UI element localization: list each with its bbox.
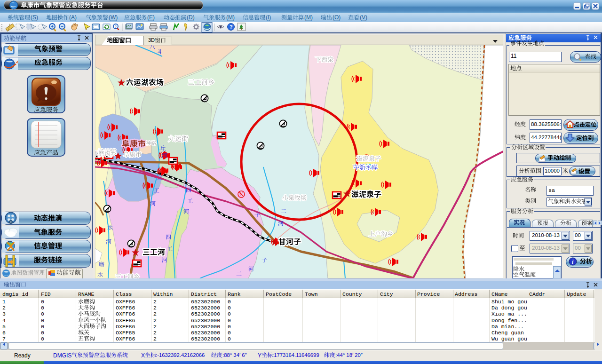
svg-text::44° 18′ 20″: :44° 18′ 20″ (335, 352, 363, 358)
svg-text:CName: CName (491, 291, 508, 297)
svg-text:0: 0 (41, 311, 44, 317)
svg-text:Class: Class (116, 291, 132, 297)
svg-text:Y: Y (258, 352, 261, 359)
svg-text:DMGIS: DMGIS (53, 352, 71, 359)
svg-text:652302000: 652302000 (191, 317, 220, 324)
svg-text:3D: 3D (148, 37, 155, 43)
svg-text:0: 0 (41, 317, 44, 324)
svg-text:District: District (191, 291, 217, 297)
svg-text::88° 34′ 6″: :88° 34′ 6″ (222, 352, 246, 358)
svg-text:652302000: 652302000 (191, 336, 220, 342)
svg-text:0: 0 (41, 336, 44, 342)
svg-text:OXFF85: OXFF85 (116, 330, 135, 336)
svg-text:0: 0 (228, 311, 231, 317)
svg-text:X: X (141, 352, 145, 359)
svg-text:(D): (D) (187, 14, 195, 21)
svg-text:652302000: 652302000 (191, 299, 220, 305)
svg-text:652302000: 652302000 (191, 330, 220, 336)
svg-text:2: 2 (153, 324, 157, 330)
svg-text:3: 3 (2, 311, 6, 317)
svg-text:2: 2 (153, 330, 157, 336)
svg-text:Da mian...: Da mian... (491, 324, 524, 330)
svg-text:Within: Within (153, 291, 173, 297)
svg-text:0: 0 (41, 330, 44, 336)
svg-text:(E): (E) (147, 14, 155, 21)
svg-text:(M): (M) (304, 14, 313, 21)
svg-text::1773164.11646699: :1773164.11646699 (272, 352, 319, 358)
svg-text:(A): (A) (69, 14, 77, 21)
svg-text:Update: Update (567, 291, 586, 297)
svg-text:PostCode: PostCode (266, 291, 292, 297)
svg-text:dmgis_id: dmgis_id (2, 291, 28, 297)
svg-text:OXFF86: OXFF86 (116, 299, 135, 305)
svg-text:11: 11 (511, 53, 517, 59)
svg-text:2: 2 (153, 336, 157, 342)
svg-text:Address: Address (455, 291, 477, 297)
svg-text:0: 0 (41, 299, 44, 305)
svg-text:?: ? (115, 24, 117, 29)
svg-text:OXFF86: OXFF86 (116, 317, 135, 324)
svg-text:2010-08-13: 2010-08-13 (532, 232, 560, 238)
svg-text:0: 0 (228, 330, 231, 336)
svg-text:(M): (M) (226, 14, 235, 21)
svg-text:0: 0 (228, 299, 231, 305)
svg-text:OXFF86: OXFF86 (116, 324, 135, 330)
svg-text:10000: 10000 (545, 168, 560, 174)
svg-text:0: 0 (228, 305, 231, 311)
svg-text:OXFF86: OXFF86 (116, 336, 135, 342)
svg-text:1: 1 (2, 299, 6, 305)
svg-text:City: City (380, 291, 393, 297)
svg-text:6: 6 (2, 330, 6, 336)
svg-text:0: 0 (41, 305, 44, 311)
svg-text:2: 2 (153, 311, 157, 317)
svg-text:00: 00 (575, 245, 581, 251)
svg-text:88.3625506:: 88.3625506: (531, 121, 561, 127)
svg-text:Da dong gou: Da dong gou (491, 305, 527, 311)
svg-text:2: 2 (2, 305, 6, 311)
svg-text:5: 5 (2, 324, 6, 330)
svg-text:4: 4 (2, 317, 6, 324)
svg-text:Ready: Ready (14, 352, 31, 359)
svg-text:2: 2 (153, 299, 157, 305)
svg-text:CAddr: CAddr (529, 291, 546, 297)
svg-text:0: 0 (228, 336, 231, 342)
svg-text:652302000: 652302000 (191, 305, 220, 311)
svg-text:0: 0 (228, 324, 231, 330)
svg-text:7: 7 (2, 336, 6, 342)
svg-text:44.2277844(: 44.2277844( (531, 135, 562, 140)
svg-text:652302000: 652302000 (191, 324, 220, 330)
svg-text:0: 0 (228, 317, 231, 324)
svg-text:Dong fen...: Dong fen... (491, 317, 527, 324)
svg-text:RNAME: RNAME (78, 291, 95, 297)
svg-text:Shui mo gou: Shui mo gou (491, 299, 527, 305)
svg-text:00: 00 (575, 232, 581, 238)
svg-text:OXFF86: OXFF86 (116, 311, 135, 317)
svg-text:(O): (O) (333, 14, 341, 21)
svg-text:Wu guan gou: Wu guan gou (491, 336, 527, 342)
svg-text:(I): (I) (266, 14, 271, 21)
svg-text:652302000: 652302000 (191, 311, 220, 317)
svg-text:2010-08-13: 2010-08-13 (532, 245, 560, 251)
svg-text:Rank: Rank (228, 291, 241, 297)
svg-text:Town: Town (305, 291, 318, 297)
svg-text:(W): (W) (109, 14, 118, 21)
svg-text:Provice: Provice (417, 291, 440, 297)
svg-text:sa: sa (548, 187, 555, 193)
svg-text:OXFF86: OXFF86 (116, 305, 135, 311)
svg-text:Cheng guan: Cheng guan (491, 330, 524, 336)
svg-text:?: ? (230, 24, 233, 30)
svg-text:(S): (S) (31, 14, 38, 21)
svg-text:(V): (V) (360, 14, 367, 21)
svg-text:2: 2 (153, 305, 157, 311)
svg-text:2: 2 (153, 317, 157, 324)
svg-text:0: 0 (41, 324, 44, 330)
svg-text::-1632392.42162066: :-1632392.42162066 (156, 352, 205, 358)
svg-text:Xiao ma ...: Xiao ma ... (491, 311, 527, 317)
svg-text:County: County (342, 291, 362, 297)
svg-text:FID: FID (41, 291, 51, 297)
